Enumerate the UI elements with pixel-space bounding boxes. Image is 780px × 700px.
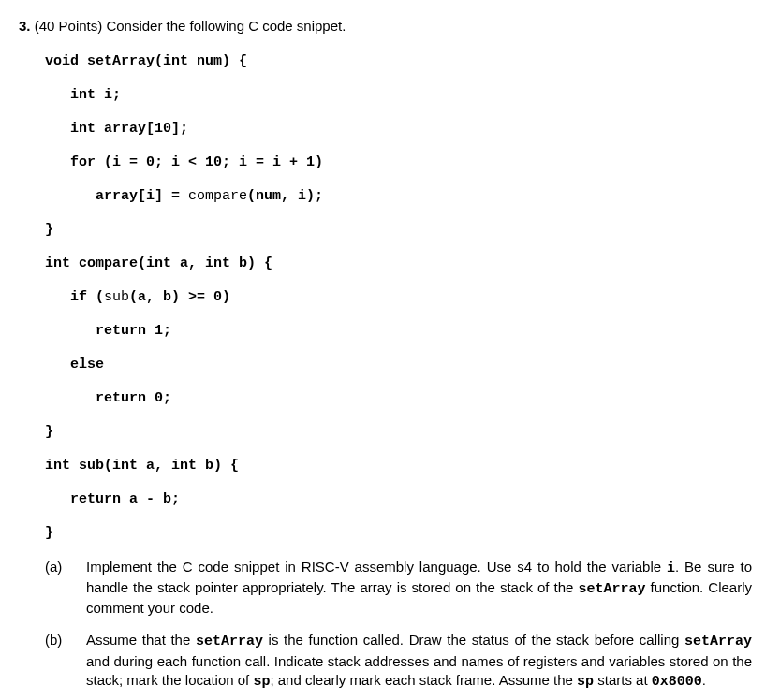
code-line: }	[45, 525, 53, 541]
subpart-text: Assume that the setArray is the function…	[86, 631, 752, 692]
code-line: }	[45, 424, 53, 440]
code-line: sub	[104, 289, 129, 305]
code-line: void setArray(int num) {	[45, 53, 247, 69]
code-line: int sub(int a, int b) {	[45, 458, 239, 474]
code-line: int i;	[45, 87, 121, 103]
code-line: else	[45, 357, 104, 372]
subpart-a: (a) Implement the C code snippet in RISC…	[45, 558, 752, 619]
code-line: (num, i);	[247, 188, 323, 204]
code-snippet: void setArray(int num) { int i; int arra…	[45, 45, 752, 550]
question-points: (40 Points) Consider the following C cod…	[35, 18, 346, 34]
subpart-b: (b) Assume that the setArray is the func…	[45, 631, 752, 692]
code-line: return 1;	[45, 323, 171, 339]
subpart-label: (b)	[45, 631, 86, 692]
code-line: compare	[188, 188, 247, 204]
code-line: int compare(int a, int b) {	[45, 255, 272, 271]
code-line: return a - b;	[45, 491, 180, 507]
code-line: if (	[45, 289, 104, 305]
code-line: for (i = 0; i < 10; i = i + 1)	[45, 154, 323, 170]
code-line: int array[10];	[45, 121, 188, 137]
code-line: }	[45, 222, 53, 238]
question-header: 3. (40 Points) Consider the following C …	[19, 17, 752, 36]
subpart-label: (a)	[45, 558, 86, 619]
question-number: 3.	[19, 18, 31, 34]
code-line: return 0;	[45, 390, 171, 406]
subpart-text: Implement the C code snippet in RISC-V a…	[86, 558, 752, 619]
subparts: (a) Implement the C code snippet in RISC…	[45, 558, 752, 693]
code-line: array[i] =	[45, 188, 188, 204]
code-line: (a, b) >= 0)	[129, 289, 230, 305]
